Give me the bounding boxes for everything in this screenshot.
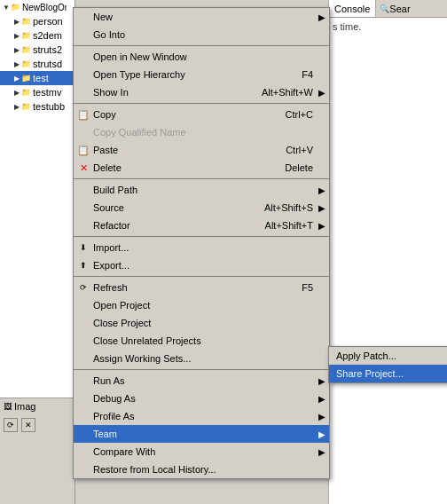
team-submenu: Apply Patch... Share Project... <box>328 346 447 383</box>
shortcut-delete: Delete <box>285 162 324 173</box>
tree-label: testmv <box>33 87 61 98</box>
separator-2 <box>74 103 329 104</box>
shortcut-source: Alt+Shift+S <box>264 202 324 213</box>
tree-label: s2dem <box>33 30 62 41</box>
menu-item-build-path[interactable]: Build Path ▶ <box>74 181 329 199</box>
ide-background: ▼ 📁 NewBlogOnline ▶ 📁 person ▶ 📁 s2dem ▶… <box>0 0 447 504</box>
menu-item-refactor[interactable]: Refactor Alt+Shift+T ▶ <box>74 217 329 234</box>
search-tab-label: Sear <box>389 4 410 14</box>
separator-1 <box>74 45 329 46</box>
console-tab-label: Console <box>334 4 370 14</box>
submenu-item-apply-patch[interactable]: Apply Patch... <box>329 347 447 365</box>
menu-item-team[interactable]: Team ▶ <box>74 425 329 443</box>
arrow-refactor: ▶ <box>318 221 325 231</box>
expand-arrow: ▶ <box>12 102 21 111</box>
shortcut-copy: Ctrl+C <box>286 109 324 120</box>
tree-label: struts2 <box>33 44 62 55</box>
menu-label-export: Export... <box>93 260 129 271</box>
delete-icon: ✕ <box>75 162 91 174</box>
menu-label-copy-qualified: Copy Qualified Name <box>93 127 186 138</box>
menu-item-import[interactable]: ⬇ Import... <box>74 239 329 256</box>
expand-arrow: ▶ <box>12 59 21 68</box>
menu-item-show-in[interactable]: Show In Alt+Shift+W ▶ <box>74 83 329 101</box>
console-tab-bar: Console 🔍 Sear <box>329 0 447 18</box>
console-content: s time. <box>329 18 447 35</box>
export-icon: ⬆ <box>75 261 91 270</box>
tree-item-testubb[interactable]: ▶ 📁 testubb <box>0 99 74 114</box>
menu-item-paste[interactable]: 📋 Paste Ctrl+V <box>74 141 329 159</box>
menu-item-restore[interactable]: Restore from Local History... <box>74 461 329 478</box>
menu-label-build-path: Build Path <box>93 185 137 195</box>
menu-label-import: Import... <box>93 242 129 253</box>
menu-item-open-new-window[interactable]: Open in New Window <box>74 48 329 66</box>
menu-label-team: Team <box>93 429 117 439</box>
menu-label-run-as: Run As <box>93 375 124 386</box>
tree-item-newblogonline[interactable]: ▼ 📁 NewBlogOnline <box>0 0 74 14</box>
project-icon: 📁 <box>11 3 20 12</box>
menu-item-gointo[interactable]: Go Into <box>74 26 329 43</box>
folder-icon: 📁 <box>21 102 31 111</box>
shortcut-refactor: Alt+Shift+T <box>265 220 324 231</box>
arrow-team: ▶ <box>318 429 325 439</box>
menu-item-new[interactable]: New ▶ <box>74 8 329 26</box>
image-icon: 🖼 <box>4 402 12 411</box>
menu-label-debug-as: Debug As <box>93 393 136 404</box>
import-icon: ⬇ <box>75 243 91 252</box>
arrow-show-in: ▶ <box>318 88 325 98</box>
bottom-left-panel: 🖼 Imag ⟳ ✕ <box>0 398 75 504</box>
menu-item-profile-as[interactable]: Profile As ▶ <box>74 407 329 425</box>
tree-label: person <box>33 16 63 27</box>
tree-item-testmv[interactable]: ▶ 📁 testmv <box>0 85 74 99</box>
arrow-run-as: ▶ <box>318 376 325 386</box>
menu-item-source[interactable]: Source Alt+Shift+S ▶ <box>74 199 329 217</box>
tree-item-strutsd[interactable]: ▶ 📁 strutsd <box>0 57 74 71</box>
search-tab-area: 🔍 Sear <box>376 2 413 16</box>
menu-item-assign-working-sets[interactable]: Assign Working Sets... <box>74 350 329 367</box>
menu-item-close-project[interactable]: Close Project <box>74 314 329 332</box>
tree-item-person[interactable]: ▶ 📁 person <box>0 14 74 28</box>
menu-label-oth: Open Type Hierarchy <box>93 69 185 80</box>
menu-item-open-project[interactable]: Open Project <box>74 296 329 314</box>
tree-item-struts2[interactable]: ▶ 📁 struts2 <box>0 43 74 57</box>
menu-label-paste: Paste <box>93 145 118 155</box>
menu-label-source: Source <box>93 202 124 213</box>
arrow-debug-as: ▶ <box>318 394 325 404</box>
separator-4 <box>74 236 329 237</box>
menu-label-restore: Restore from Local History... <box>93 464 216 475</box>
menu-label-open-new-window: Open in New Window <box>93 51 187 62</box>
menu-item-delete[interactable]: ✕ Delete Delete <box>74 159 329 177</box>
arrow-source: ▶ <box>318 203 325 213</box>
menu-label-gointo: Go Into <box>93 29 125 40</box>
bottom-btn-2[interactable]: ✕ <box>21 418 35 432</box>
shortcut-refresh: F5 <box>302 282 324 293</box>
menu-item-export[interactable]: ⬆ Export... <box>74 256 329 274</box>
tree-item-test[interactable]: ▶ 📁 test <box>0 71 74 85</box>
tree-item-s2dem[interactable]: ▶ 📁 s2dem <box>0 28 74 43</box>
menu-item-compare-with[interactable]: Compare With ▶ <box>74 443 329 461</box>
bottom-panel-toolbar: ⟳ ✕ <box>0 414 74 436</box>
menu-label-new: New <box>93 12 113 22</box>
menu-label-profile-as: Profile As <box>93 411 134 421</box>
expand-arrow: ▶ <box>12 17 21 26</box>
console-tab[interactable]: Console <box>329 0 376 17</box>
menu-label-close-unrelated: Close Unrelated Projects <box>93 335 201 346</box>
menu-item-refresh[interactable]: ⟳ Refresh F5 <box>74 279 329 296</box>
submenu-item-share-project[interactable]: Share Project... <box>329 365 447 382</box>
submenu-label-apply-patch: Apply Patch... <box>336 350 396 361</box>
folder-icon: 📁 <box>21 17 31 26</box>
menu-label-refresh: Refresh <box>93 282 128 293</box>
expand-arrow: ▶ <box>12 88 21 97</box>
menu-item-copy-qualified[interactable]: Copy Qualified Name <box>74 123 329 141</box>
image-tab[interactable]: 🖼 Imag <box>0 398 74 414</box>
menu-item-run-as[interactable]: Run As ▶ <box>74 372 329 390</box>
shortcut-oth: F4 <box>302 69 324 80</box>
arrow-profile-as: ▶ <box>318 412 325 421</box>
menu-item-debug-as[interactable]: Debug As ▶ <box>74 390 329 407</box>
menu-item-copy[interactable]: 📋 Copy Ctrl+C <box>74 106 329 123</box>
context-menu: New ▶ Go Into Open in New Window Open Ty… <box>73 7 330 479</box>
bottom-btn-1[interactable]: ⟳ <box>4 418 18 432</box>
copy-icon: 📋 <box>75 109 91 121</box>
expand-arrow: ▶ <box>12 31 21 40</box>
menu-item-close-unrelated[interactable]: Close Unrelated Projects <box>74 332 329 350</box>
menu-item-open-type-hierarchy[interactable]: Open Type Hierarchy F4 <box>74 66 329 83</box>
